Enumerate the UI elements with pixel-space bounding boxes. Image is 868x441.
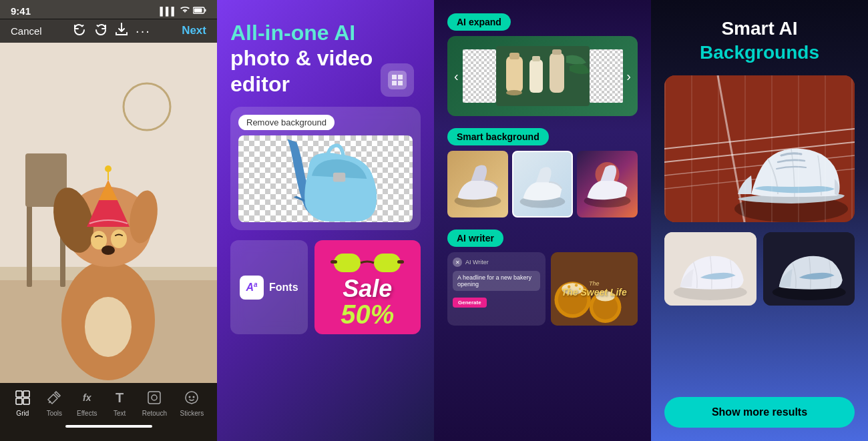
sweet-life-overlay: The The Sweet Life [562, 280, 627, 298]
thumb-shoe-1 [664, 232, 756, 306]
tool-stickers[interactable]: Stickers [180, 388, 204, 417]
smart-bg-badge: Smart background [447, 128, 549, 145]
cancel-button[interactable]: Cancel [11, 25, 42, 37]
bg-option-3[interactable] [577, 151, 638, 217]
panel4-title-white: Smart AI [721, 18, 797, 39]
tool-effects[interactable]: fx Effects [77, 388, 97, 417]
fonts-card: Aa Fonts [230, 240, 308, 334]
generate-button[interactable]: Generate [453, 298, 487, 308]
wifi-icon [180, 7, 190, 16]
tool-retouch[interactable]: Retouch [142, 388, 167, 417]
undo-icon[interactable] [73, 23, 86, 38]
grid-label: Grid [16, 410, 29, 417]
sale-percent: 50% [341, 301, 394, 328]
signal-icon: ▌▌▌ [160, 7, 177, 16]
home-indicator [65, 425, 152, 428]
svg-rect-34 [334, 254, 361, 272]
svg-point-13 [101, 246, 115, 255]
shoe-thumb-dark[interactable] [763, 232, 855, 306]
ai-expand-section: AI expand ‹ › [447, 13, 638, 116]
retouch-label: Retouch [142, 410, 167, 417]
svg-rect-51 [552, 49, 562, 55]
ai-writer-prompt[interactable]: A headline for a new bakery opening [453, 271, 540, 291]
expand-arrows: ‹ › [447, 69, 638, 84]
effects-label: Effects [77, 410, 97, 417]
tools-icon [45, 388, 63, 407]
shoe-1 [447, 151, 508, 217]
svg-point-47 [506, 90, 522, 95]
svg-rect-23 [23, 391, 29, 397]
sunglasses-illustration [331, 247, 404, 277]
ai-writer-header: ✕ AI Writer [453, 258, 540, 267]
sale-text: Sale [343, 277, 392, 301]
toolbar-icons: ··· [73, 23, 151, 39]
svg-rect-21 [194, 8, 202, 12]
bg-option-2[interactable] [512, 151, 573, 217]
shoe-2 [513, 152, 572, 217]
smart-bg-section: Smart background [447, 128, 638, 217]
status-time: 9:41 [11, 5, 31, 17]
svg-point-29 [193, 396, 195, 398]
fonts-icon: Aa [240, 276, 264, 300]
ai-expand-badge: AI expand [447, 13, 511, 31]
expand-image: ‹ › [447, 36, 638, 116]
track-lines [664, 75, 855, 222]
toolbar-left: Cancel [11, 25, 42, 37]
smart-bg-grid [447, 151, 638, 217]
svg-point-28 [189, 396, 191, 398]
download-icon[interactable] [116, 23, 128, 39]
status-bar: 9:41 ▌▌▌ [0, 0, 217, 19]
svg-rect-37 [397, 260, 404, 264]
checkerboard-bg [238, 135, 413, 222]
bottom-toolbar: Grid Tools fx Effects T Text Retouch [0, 383, 217, 441]
status-icons: ▌▌▌ [160, 7, 206, 16]
shoe-thumb-light[interactable] [664, 232, 756, 306]
svg-point-27 [152, 395, 157, 400]
stickers-icon [182, 388, 201, 407]
panel-ai-features: AI expand ‹ › [434, 0, 651, 441]
svg-rect-49 [532, 56, 540, 61]
tool-grid[interactable]: Grid [13, 388, 32, 417]
photo-toolbar: Cancel ··· Next [0, 19, 217, 43]
dog-photo [0, 0, 217, 441]
close-icon[interactable]: ✕ [453, 258, 462, 267]
tool-tools[interactable]: Tools [45, 388, 63, 417]
arrow-right-icon: › [626, 69, 631, 84]
fonts-label: Fonts [269, 282, 298, 294]
text-icon: T [110, 388, 129, 407]
redo-icon[interactable] [94, 23, 107, 38]
tools-row: Grid Tools fx Effects T Text Retouch [0, 388, 217, 417]
fonts-sale-row: Aa Fonts Sale 50% [230, 240, 421, 334]
sweet-life-card: The The Sweet Life [551, 252, 638, 326]
retouch-icon [145, 388, 164, 407]
svg-rect-24 [16, 398, 22, 404]
ai-writer-title-label: AI Writer [465, 259, 489, 266]
svg-point-18 [85, 297, 132, 357]
panel-phone-editor: 9:41 ▌▌▌ Cancel ··· Nex [0, 0, 217, 441]
tool-text[interactable]: T Text [110, 388, 129, 417]
svg-rect-20 [205, 9, 206, 11]
text-label: Text [114, 410, 126, 417]
effects-icon: fx [77, 388, 96, 407]
ai-writer-input-card: ✕ AI Writer A headline for a new bakery … [447, 252, 546, 326]
svg-rect-30 [388, 71, 407, 89]
next-button[interactable]: Next [182, 24, 206, 37]
title-white-part: photo & video editor [230, 46, 373, 95]
bg-option-1[interactable] [447, 151, 508, 217]
remove-bg-label: Remove background [238, 115, 335, 130]
arrow-left-icon: ‹ [454, 69, 459, 84]
svg-rect-36 [331, 260, 337, 264]
svg-rect-46 [509, 53, 519, 59]
show-more-button[interactable]: Show more results [664, 397, 855, 428]
more-icon[interactable]: ··· [136, 23, 151, 39]
svg-point-12 [111, 230, 127, 248]
stickers-label: Stickers [180, 410, 204, 417]
grid-icon [13, 388, 32, 407]
svg-rect-26 [148, 392, 160, 404]
tools-label: Tools [47, 410, 62, 417]
ai-writer-badge: AI writer [447, 230, 503, 247]
thumb-shoe-2 [763, 232, 855, 306]
svg-rect-22 [16, 391, 22, 397]
panel4-title-cyan: Backgrounds [700, 42, 819, 63]
panel-smart-bg: Smart AI Backgrounds [651, 0, 868, 441]
